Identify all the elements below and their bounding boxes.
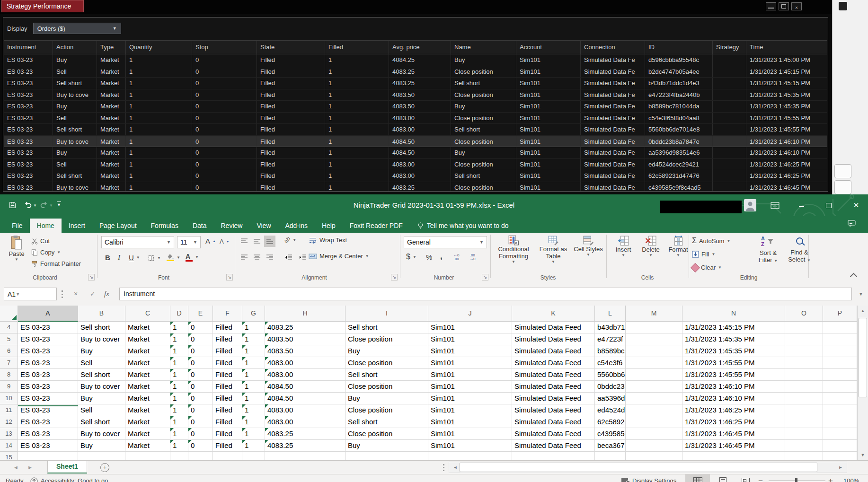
cell[interactable]: 4083.50	[265, 333, 345, 345]
nt-order-row[interactable]: ES 03-23Sell shortMarket10Filled14083.00…	[4, 124, 827, 136]
cell[interactable]: 0	[188, 357, 213, 369]
cell[interactable]	[785, 440, 823, 452]
cancel-entry-button[interactable]: ×	[74, 288, 78, 300]
scroll-left-arrow[interactable]: ◄	[450, 462, 461, 473]
cell[interactable]	[823, 393, 857, 404]
orientation-button[interactable]: ab ▼	[284, 237, 296, 243]
ribbon-tab-foxit-reader-pdf[interactable]: Foxit Reader PDF	[343, 219, 410, 233]
cell[interactable]: Sell short	[78, 369, 125, 381]
ribbon-tab-add-ins[interactable]: Add-ins	[278, 219, 315, 233]
cell[interactable]: 0	[188, 369, 213, 381]
cell[interactable]: Simulated Data Feed	[512, 428, 595, 440]
cell[interactable]	[785, 357, 823, 369]
ribbon-tab-insert[interactable]: Insert	[62, 219, 92, 233]
ribbon-tab-help[interactable]: Help	[315, 219, 343, 233]
cell[interactable]: 1	[170, 381, 188, 393]
cell[interactable]: ES 03-23	[18, 416, 78, 428]
find-select-button[interactable]: Find & Select ▼	[785, 236, 814, 264]
align-left-button[interactable]	[239, 252, 250, 263]
column-header-n[interactable]: N	[682, 306, 785, 322]
cell[interactable]	[626, 322, 682, 333]
name-box[interactable]: A1 ▼	[4, 288, 57, 300]
row-header[interactable]: 5	[0, 333, 18, 345]
cell[interactable]: Simulated Data Feed	[512, 369, 595, 381]
cell[interactable]: Market	[125, 440, 170, 452]
nt-order-row[interactable]: ES 03-23Buy to coveMarket10Filled14084.5…	[4, 136, 827, 148]
cell[interactable]: 0	[188, 381, 213, 393]
borders-button[interactable]: ▼	[148, 254, 161, 262]
column-header-j[interactable]: J	[428, 306, 512, 322]
cell[interactable]: 4083.25	[265, 440, 345, 452]
column-header-i[interactable]: I	[345, 306, 428, 322]
sort-filter-button[interactable]: A Z Sort & Filter ▼	[753, 236, 783, 264]
nt-column-header[interactable]: Connection	[581, 41, 645, 54]
underline-button[interactable]: U▼	[129, 254, 140, 262]
cell[interactable]: b8589bc	[595, 345, 626, 357]
cell[interactable]: Sim101	[428, 428, 512, 440]
column-header-o[interactable]: O	[785, 306, 823, 322]
cell[interactable]	[626, 428, 682, 440]
vertical-scrollbar[interactable]: ▲ ▼	[857, 306, 868, 460]
nt-column-header[interactable]: Avg. price	[389, 41, 451, 54]
delete-cells-button[interactable]: Delete ▼	[638, 236, 664, 257]
cell[interactable]: Sim101	[428, 440, 512, 452]
cell[interactable]: 0	[188, 440, 213, 452]
insert-function-button[interactable]: fx	[104, 288, 109, 300]
column-header-g[interactable]: G	[242, 306, 265, 322]
cell[interactable]: ES 03-23	[18, 393, 78, 404]
scroll-up-arrow[interactable]: ▲	[858, 306, 868, 316]
ribbon-display-options-button[interactable]	[771, 202, 779, 209]
column-header-a[interactable]: A	[18, 306, 78, 322]
cell[interactable]	[18, 452, 78, 460]
cell[interactable]: Sell short	[345, 416, 428, 428]
cell[interactable]: 4083.00	[265, 416, 345, 428]
decrease-indent-button[interactable]	[283, 252, 294, 263]
column-header-c[interactable]: C	[125, 306, 170, 322]
cell[interactable]: Simulated Data Feed	[512, 322, 595, 333]
select-all-corner[interactable]	[0, 306, 18, 322]
cell[interactable]: 1/31/2023 1:46:45 PM	[682, 440, 785, 452]
cell[interactable]: Simulated Data Feed	[512, 357, 595, 369]
increase-decimal-button[interactable]: ←0.00	[453, 254, 459, 261]
cell[interactable]: 1	[242, 393, 265, 404]
cell[interactable]: 1	[242, 404, 265, 416]
cell[interactable]: Buy to cover	[78, 381, 125, 393]
cell[interactable]	[188, 452, 213, 460]
cell[interactable]: 1	[242, 322, 265, 333]
cell[interactable]: Filled	[213, 369, 242, 381]
scroll-down-arrow[interactable]: ▼	[858, 450, 868, 460]
sheet-tab-sheet1[interactable]: Sheet1	[47, 461, 87, 473]
cell[interactable]: 4083.00	[265, 357, 345, 369]
middle-align-button[interactable]	[251, 236, 263, 247]
cell[interactable]: 62c5892	[595, 416, 626, 428]
nt-column-header[interactable]: Action	[53, 41, 97, 54]
cell[interactable]: 1	[242, 345, 265, 357]
cell[interactable]: Market	[125, 369, 170, 381]
cell[interactable]: Buy	[345, 440, 428, 452]
cell[interactable]	[823, 428, 857, 440]
cell[interactable]: Close position	[345, 404, 428, 416]
column-header-d[interactable]: D	[170, 306, 188, 322]
nt-column-header[interactable]: Filled	[325, 41, 389, 54]
cell[interactable]: ES 03-23	[18, 322, 78, 333]
cell[interactable]: 1	[242, 357, 265, 369]
cell[interactable]: ES 03-23	[18, 440, 78, 452]
percent-style-button[interactable]: %	[426, 253, 432, 261]
italic-button[interactable]: I	[118, 254, 120, 262]
row-header[interactable]: 9	[0, 381, 18, 393]
clipboard-dialog-launcher[interactable]: ↘	[88, 274, 95, 280]
cell[interactable]: 0	[188, 333, 213, 345]
cell[interactable]: 1/31/2023 1:46:45 PM	[682, 428, 785, 440]
cell[interactable]: 0	[188, 345, 213, 357]
nt-column-header[interactable]: Account	[516, 41, 581, 54]
cell[interactable]: Sim101	[428, 416, 512, 428]
cell[interactable]: 1	[170, 428, 188, 440]
cell[interactable]: Sim101	[428, 381, 512, 393]
ribbon-tab-view[interactable]: View	[249, 219, 278, 233]
cell[interactable]: 1/31/2023 1:45:15 PM	[682, 322, 785, 333]
cell[interactable]	[823, 333, 857, 345]
row-header[interactable]: 6	[0, 345, 18, 357]
column-header-e[interactable]: E	[188, 306, 213, 322]
cell[interactable]	[785, 416, 823, 428]
cell[interactable]: Sim101	[428, 393, 512, 404]
